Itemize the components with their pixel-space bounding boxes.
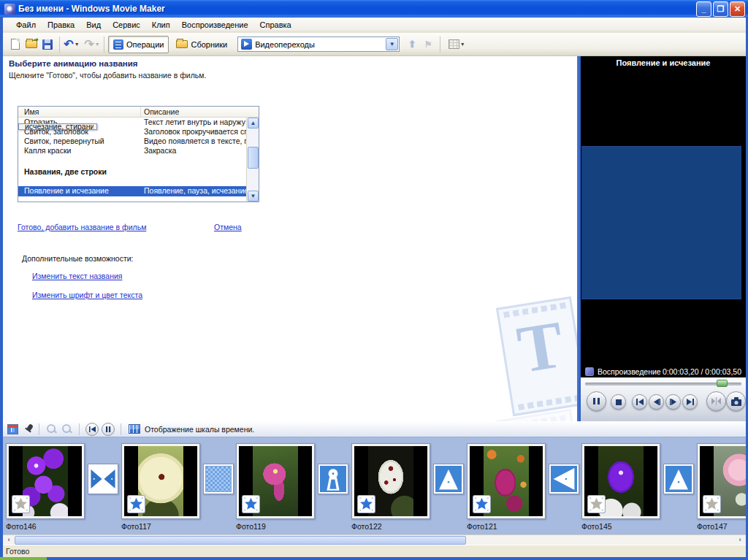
progress-strip	[0, 557, 47, 560]
video-frame	[581, 146, 741, 299]
new-document-icon	[11, 39, 20, 50]
up-one-level-button[interactable]: ⬆	[404, 37, 420, 53]
main-toolbar: ↶▼ ↷▼ Операции Сборники Видеопереходы ▼ …	[3, 33, 746, 56]
listbox-scrollbar[interactable]: ▲ ▼	[246, 118, 259, 202]
menu-item[interactable]: Вид	[80, 18, 107, 31]
menu-item[interactable]: Правка	[42, 18, 80, 31]
movie-maker-window: Без имени - Windows Movie Maker _ ❐ ✕ Фа…	[0, 0, 748, 560]
horizontal-scroll-thumb[interactable]	[15, 536, 466, 545]
storyboard-clip[interactable]	[6, 443, 85, 519]
storyboard-scrollbar[interactable]: ‹ ›	[3, 534, 746, 545]
preview-clip-title: Появление и исчезание	[581, 58, 746, 67]
list-row[interactable]: исчезание, стирание овальной формы Появл…	[18, 123, 97, 130]
app-icon	[4, 4, 15, 15]
tasks-toggle-button[interactable]: Операции	[108, 36, 169, 53]
combobox-dropdown-icon[interactable]: ▼	[386, 38, 398, 50]
column-header-name[interactable]: Имя	[18, 107, 141, 117]
transition-wipe-up-cell[interactable]	[433, 464, 464, 494]
pause-button[interactable]	[587, 391, 606, 411]
edit-title-text-link[interactable]: Изменить текст названия	[32, 272, 122, 280]
save-project-button[interactable]	[39, 37, 56, 53]
step-back-button[interactable]	[649, 394, 664, 410]
menu-item[interactable]: Воспроизведение	[176, 18, 254, 31]
zoom-out-icon[interactable]	[61, 423, 72, 434]
views-button[interactable]: ▼	[444, 37, 469, 53]
timeline-view-icon[interactable]	[129, 424, 140, 434]
storyboard-view-icon[interactable]	[7, 424, 18, 434]
animation-listbox: Имя Описание исчезание, стирание овально…	[18, 106, 259, 202]
listbox-header: Имя Описание	[18, 107, 259, 118]
previous-icon	[636, 399, 644, 405]
list-row[interactable]	[18, 156, 259, 165]
restore-button[interactable]: ❐	[713, 1, 728, 17]
cancel-link[interactable]: Отмена	[214, 223, 242, 231]
collection-combobox[interactable]: Видеопереходы ▼	[237, 37, 400, 52]
scroll-right-button[interactable]: ›	[735, 536, 745, 545]
edit-font-color-link[interactable]: Изменить шрифт и цвет текста	[32, 291, 142, 299]
undo-button[interactable]: ↶▼	[64, 37, 80, 53]
menu-item[interactable]: Справка	[254, 18, 297, 31]
list-row[interactable]: Свиток, перевернутый Видео появляется в …	[18, 137, 259, 146]
storyboard-clip[interactable]	[467, 443, 546, 519]
next-button[interactable]	[682, 394, 698, 410]
storyboard-clip[interactable]	[581, 443, 660, 519]
clip-label: Фото147	[697, 522, 728, 531]
star-badge-icon	[12, 495, 30, 513]
menu-item[interactable]: Клип	[146, 18, 176, 31]
playback-info-bar: Воспроизведение 0:00:03,20 / 0:00:03,50	[581, 365, 746, 377]
transition-facing-triangles-cell[interactable]	[88, 464, 118, 494]
scroll-thumb[interactable]	[248, 147, 259, 169]
new-project-button[interactable]	[7, 37, 23, 53]
scroll-left-button[interactable]: ‹	[4, 536, 14, 545]
close-button[interactable]: ✕	[730, 1, 745, 17]
next-icon	[687, 399, 694, 405]
list-row-selected[interactable]: Появление и исчезание Появление, пауза, …	[18, 186, 259, 196]
flag-icon: ⚑	[424, 40, 432, 49]
redo-button[interactable]: ↷▼	[84, 37, 100, 53]
transition-keyhole-cell[interactable]	[318, 464, 348, 494]
playback-time: 0:00:03,20 / 0:00:03,50	[663, 367, 741, 376]
minimize-button[interactable]: _	[696, 1, 711, 17]
scroll-up-button[interactable]: ▲	[248, 118, 259, 129]
storyboard-clip[interactable]	[236, 443, 315, 519]
window-title: Без имени - Windows Movie Maker	[18, 4, 696, 14]
storyboard-clip[interactable]	[121, 443, 200, 519]
open-folder-icon	[26, 40, 37, 48]
star-badge-icon	[357, 495, 375, 513]
storyboard-clip[interactable]	[351, 443, 430, 519]
narrate-timeline-icon[interactable]	[24, 423, 34, 435]
scroll-down-button[interactable]: ▼	[248, 191, 259, 202]
up-level-icon: ⬆	[408, 39, 416, 49]
zoom-in-icon[interactable]	[46, 423, 57, 434]
transition-wipe-up-cell[interactable]	[663, 464, 694, 494]
tasks-icon	[113, 39, 123, 50]
camera-icon	[731, 397, 741, 406]
stop-button[interactable]	[611, 394, 626, 410]
collections-toggle-button[interactable]: Сборники	[172, 36, 232, 53]
open-project-button[interactable]	[23, 37, 39, 53]
play-timeline-button[interactable]	[102, 423, 115, 436]
pane-subtitle: Щелкните "Готово", чтобы добавить назван…	[9, 71, 206, 80]
column-header-description[interactable]: Описание	[141, 107, 259, 117]
list-row[interactable]: Названия, две строки	[18, 165, 259, 177]
rewind-timeline-button[interactable]	[85, 423, 99, 436]
redo-icon: ↷	[84, 39, 94, 50]
set-as-default-button[interactable]: ⚑	[420, 37, 436, 53]
playback-controls	[581, 377, 746, 421]
pause-timeline-icon	[105, 426, 111, 432]
menu-item[interactable]: Файл	[10, 18, 42, 31]
transition-arrow-left-cell[interactable]	[549, 464, 579, 494]
take-picture-button[interactable]	[726, 391, 746, 411]
menu-item[interactable]: Сервис	[107, 18, 146, 31]
list-row[interactable]: Капля краски Закраска	[18, 146, 259, 156]
seek-thumb[interactable]	[717, 380, 728, 387]
split-clip-button[interactable]	[706, 391, 726, 411]
star-badge-icon	[473, 495, 491, 513]
previous-button[interactable]	[632, 394, 647, 410]
storyboard-clip[interactable]	[697, 443, 746, 519]
done-add-title-link[interactable]: Готово, добавить название в фильм	[18, 223, 146, 231]
redo-dropdown-icon: ▼	[95, 42, 100, 47]
step-forward-button[interactable]	[665, 394, 681, 410]
transition-checkerboard-cell[interactable]	[203, 464, 234, 494]
list-row[interactable]	[18, 177, 259, 186]
